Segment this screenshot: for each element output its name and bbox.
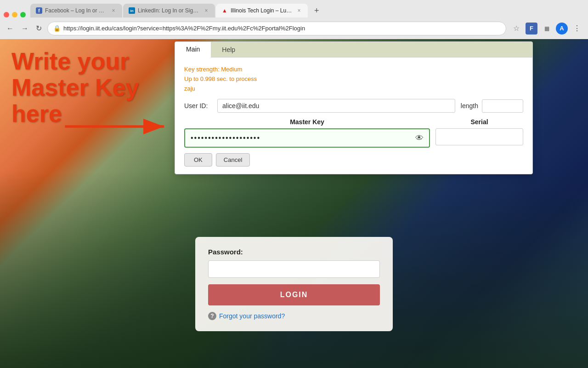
show-password-button[interactable]: 👁 (413, 132, 425, 145)
tab-linkedin[interactable]: in LinkedIn: Log In or Sign Up × (123, 4, 215, 17)
bookmark-button[interactable]: ☆ (510, 22, 523, 35)
password-input[interactable] (208, 260, 380, 278)
facebook-favicon: f (36, 7, 42, 14)
linkedin-favicon: in (129, 7, 135, 14)
forward-button[interactable]: → (19, 23, 30, 34)
tab-facebook[interactable]: f Facebook – Log In or Sign Up × (30, 4, 122, 17)
maximize-window-button[interactable] (20, 12, 26, 17)
tab-linkedin-title: LinkedIn: Log In or Sign Up (138, 7, 200, 14)
length-group: length (461, 99, 523, 113)
ok-button[interactable]: OK (184, 153, 212, 167)
serial-section: Serial (435, 118, 523, 145)
pw-tab-help[interactable]: Help (211, 42, 246, 57)
tab-facebook-title: Facebook – Log In or Sign Up (45, 7, 107, 14)
serial-input[interactable] (435, 128, 523, 145)
user-id-input[interactable] (217, 99, 455, 113)
secure-lock-icon: 🔒 (53, 25, 61, 32)
user-id-label: User ID: (184, 102, 212, 109)
traffic-lights (4, 12, 26, 17)
page: Write your Master Key here Main Help Key… (0, 39, 588, 368)
tab-iit-close[interactable]: × (296, 7, 302, 14)
pw-manager-body: Key strength: Medium Up to 0.998 sec. to… (175, 58, 532, 174)
address-bar: ← → ↻ 🔒 https://login.iit.edu/cas/login?… (0, 17, 588, 39)
login-form: Password: LOGIN ? Forgot your password? (195, 237, 393, 331)
facebook-extension-button[interactable]: F (526, 23, 537, 34)
refresh-button[interactable]: ↻ (34, 22, 44, 34)
pw-tab-main[interactable]: Main (175, 42, 211, 58)
iit-favicon: ▲ (221, 7, 228, 14)
pw-manager-tab-bar: Main Help (175, 42, 532, 58)
forgot-password-link[interactable]: Forgot your password? (219, 312, 285, 320)
password-label: Password: (208, 248, 380, 256)
browser-menu-button[interactable]: ⋮ (571, 22, 583, 35)
key-strength-info: Key strength: Medium Up to 0.998 sec. to… (184, 65, 523, 93)
key-strength-line2: Up to 0.998 sec. to process (184, 75, 523, 84)
user-id-row: User ID: length (184, 99, 523, 113)
master-key-label: Master Key (184, 118, 430, 126)
key-strength-line1: Key strength: Medium (184, 65, 523, 75)
tab-linkedin-close[interactable]: × (203, 7, 209, 14)
help-icon: ? (208, 312, 216, 320)
length-label: length (461, 102, 478, 109)
login-button[interactable]: LOGIN (208, 284, 380, 305)
ok-cancel-row: OK Cancel (184, 153, 523, 167)
password-manager-popup: Main Help Key strength: Medium Up to 0.9… (175, 41, 533, 174)
cancel-button[interactable]: Cancel (216, 153, 250, 167)
key-strength-line3: zaju (184, 84, 523, 94)
browser-actions: ☆ F ▦ A ⋮ (510, 22, 583, 35)
close-window-button[interactable] (4, 12, 9, 17)
new-tab-button[interactable]: + (311, 5, 323, 17)
master-key-input[interactable] (189, 129, 413, 147)
length-input[interactable] (482, 99, 523, 113)
extensions-button[interactable]: ▦ (540, 22, 553, 35)
forgot-row: ? Forgot your password? (208, 312, 380, 320)
profile-button[interactable]: A (556, 23, 568, 34)
tab-iit[interactable]: ▲ Illinois Tech Login – Luminis Po... × (216, 4, 308, 17)
tab-bar: f Facebook – Log In or Sign Up × in Link… (0, 0, 588, 17)
master-key-input-wrap: 👁 (184, 128, 430, 148)
back-button[interactable]: ← (5, 23, 16, 34)
url-text: https://login.iit.edu/cas/login?service=… (63, 25, 500, 32)
minimize-window-button[interactable] (12, 12, 17, 17)
tab-iit-title: Illinois Tech Login – Luminis Po... (231, 7, 293, 14)
address-field[interactable]: 🔒 https://login.iit.edu/cas/login?servic… (47, 22, 506, 35)
tab-facebook-close[interactable]: × (110, 7, 117, 14)
browser-chrome: f Facebook – Log In or Sign Up × in Link… (0, 0, 588, 39)
serial-label: Serial (435, 118, 523, 126)
master-key-serial-row: Master Key 👁 Serial (184, 118, 523, 148)
master-key-section: Master Key 👁 (184, 118, 430, 148)
